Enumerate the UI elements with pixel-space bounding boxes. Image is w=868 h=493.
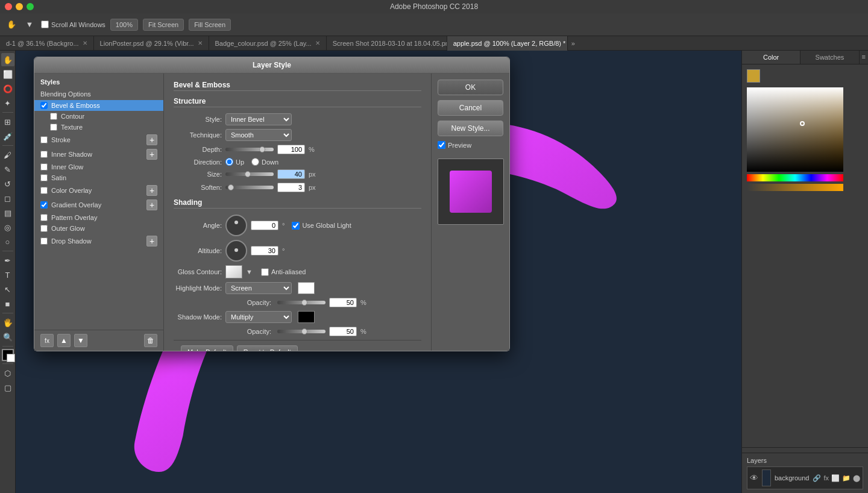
highlight-opacity-thumb[interactable]	[301, 300, 307, 306]
style-item-inner-shadow[interactable]: Inner Shadow +	[34, 147, 163, 162]
shape-tool[interactable]: ■	[1, 297, 14, 310]
style-item-texture[interactable]: Texture	[34, 122, 163, 133]
style-item-gradient-overlay[interactable]: Gradient Overlay +	[34, 198, 163, 212]
hue-slider[interactable]	[747, 174, 843, 181]
zoom-display[interactable]: 100%	[110, 19, 138, 31]
style-checkbox-inner-shadow[interactable]	[40, 151, 48, 158]
delete-style-button[interactable]: 🗑	[144, 334, 157, 347]
style-add-gradient-overlay[interactable]: +	[146, 199, 157, 210]
dodge-tool[interactable]: ○	[1, 235, 14, 248]
style-checkbox-bevel[interactable]	[40, 102, 48, 109]
style-item-satin[interactable]: Satin	[34, 172, 163, 183]
history-brush-tool[interactable]: ↺	[1, 177, 14, 190]
anti-alias-checkbox[interactable]	[261, 268, 269, 276]
shadow-color-swatch[interactable]	[298, 311, 315, 323]
style-item-outer-glow[interactable]: Outer Glow	[34, 223, 163, 234]
style-add-stroke[interactable]: +	[146, 134, 157, 145]
hand-tool-lt[interactable]: 🖐	[1, 316, 14, 329]
style-item-inner-glow[interactable]: Inner Glow	[34, 162, 163, 172]
reset-to-default-button[interactable]: Reset to Default	[237, 345, 298, 351]
alpha-slider[interactable]	[747, 184, 843, 191]
link-icon[interactable]: 🔗	[813, 474, 821, 482]
highlight-mode-select[interactable]: Screen Normal Multiply	[225, 282, 292, 294]
tool-options-arrow[interactable]: ▼	[23, 18, 36, 31]
panel-menu-button[interactable]: ≡	[860, 51, 868, 64]
eraser-tool[interactable]: ◻	[1, 192, 14, 205]
zoom-tool[interactable]: 🔍	[1, 330, 14, 344]
eyedropper-tool[interactable]: 💉	[1, 130, 14, 143]
style-checkbox-texture[interactable]	[50, 124, 57, 131]
anti-alias-label[interactable]: Anti-aliased	[261, 268, 306, 276]
close-button[interactable]	[5, 3, 12, 10]
style-item-pattern-overlay[interactable]: Pattern Overlay	[34, 212, 163, 223]
clone-stamp-tool[interactable]: ✎	[1, 163, 14, 176]
move-tool[interactable]: ✋	[1, 53, 14, 66]
style-checkbox-contour[interactable]	[50, 113, 57, 120]
gloss-contour-dropdown[interactable]: ▼	[246, 268, 253, 275]
foreground-color[interactable]	[2, 349, 14, 361]
style-checkbox-stroke[interactable]	[40, 136, 48, 143]
style-add-drop-shadow[interactable]: +	[146, 236, 157, 246]
depth-input[interactable]	[277, 145, 305, 154]
style-item-color-overlay[interactable]: Color Overlay +	[34, 183, 163, 198]
mask-icon[interactable]: ⬜	[831, 474, 840, 482]
direction-up-label[interactable]: Up	[225, 158, 244, 166]
soften-slider[interactable]	[225, 186, 274, 189]
technique-select[interactable]: Smooth Chisel Hard Chisel Soft	[225, 129, 292, 141]
blending-options-item[interactable]: Blending Options	[34, 88, 163, 100]
new-style-button[interactable]: New Style...	[438, 121, 503, 136]
use-global-light-label[interactable]: Use Global Light	[292, 222, 351, 230]
fill-screen-button[interactable]: Fill Screen	[189, 19, 231, 31]
direction-down-label[interactable]: Down	[251, 158, 278, 166]
style-checkbox-drop-shadow[interactable]	[40, 237, 48, 245]
screen-mode-tool[interactable]: ▢	[1, 381, 14, 394]
angle-input[interactable]	[251, 221, 278, 230]
altitude-input[interactable]	[251, 246, 278, 256]
layer-row[interactable]: 👁 background 🔗 fx ⬜ 📁 ⬤	[747, 466, 863, 489]
tab-1[interactable]: LionPoster.psd @ 29.1% (Vibr... ✕	[94, 36, 209, 51]
tab-close-2[interactable]: ✕	[315, 40, 320, 46]
folder-icon[interactable]: 📁	[842, 474, 851, 482]
use-global-light-checkbox[interactable]	[292, 222, 300, 230]
adjustments-tab[interactable]: Color	[742, 447, 868, 453]
fx-layer-icon[interactable]: fx	[823, 474, 829, 482]
shadow-opacity-input[interactable]	[329, 327, 357, 336]
shadow-opacity-thumb[interactable]	[301, 328, 307, 334]
tab-close-0[interactable]: ✕	[83, 40, 87, 46]
tab-0[interactable]: d-1 @ 36.1% (Backgro... ✕	[0, 36, 94, 51]
depth-slider[interactable]	[225, 148, 274, 151]
brush-tool[interactable]: 🖌	[1, 148, 14, 162]
size-slider[interactable]	[225, 172, 274, 176]
style-checkbox-pattern-overlay[interactable]	[40, 214, 48, 221]
type-tool[interactable]: T	[1, 268, 14, 281]
soften-input[interactable]	[277, 183, 305, 192]
ok-button[interactable]: OK	[438, 80, 503, 95]
highlight-opacity-slider[interactable]	[277, 301, 326, 304]
style-item-drop-shadow[interactable]: Drop Shadow +	[34, 234, 163, 248]
tab-2[interactable]: Badge_colour.psd @ 25% (Lay... ✕	[209, 36, 327, 51]
style-checkbox-satin[interactable]	[40, 174, 48, 181]
gloss-contour-swatch[interactable]	[225, 265, 242, 278]
traffic-lights[interactable]	[5, 3, 34, 10]
path-select-tool[interactable]: ↖	[1, 283, 14, 296]
move-down-button[interactable]: ▼	[74, 334, 87, 347]
tab-overflow-button[interactable]: »	[568, 40, 579, 47]
style-item-bevel[interactable]: Bevel & Emboss	[34, 100, 163, 111]
color-gradient-picker[interactable]	[747, 87, 843, 172]
style-item-contour[interactable]: Contour	[34, 111, 163, 122]
direction-down-radio[interactable]	[251, 158, 259, 166]
pen-tool[interactable]: ✒	[1, 254, 14, 267]
background-color[interactable]	[7, 354, 15, 362]
tab-color[interactable]: Color	[742, 51, 800, 64]
soften-thumb[interactable]	[228, 184, 234, 190]
size-thumb[interactable]	[245, 171, 251, 177]
blur-tool[interactable]: ◎	[1, 221, 14, 234]
style-select[interactable]: Inner Bevel Outer Bevel Emboss Pillow Em…	[225, 113, 292, 125]
style-checkbox-gradient-overlay[interactable]	[40, 201, 48, 209]
angle-circle[interactable]	[225, 215, 247, 236]
style-checkbox-color-overlay[interactable]	[40, 187, 48, 194]
style-checkbox-inner-glow[interactable]	[40, 163, 48, 171]
scroll-all-checkbox[interactable]	[41, 20, 49, 28]
fit-screen-button[interactable]: Fit Screen	[143, 19, 184, 31]
shadow-opacity-slider[interactable]	[277, 330, 326, 333]
